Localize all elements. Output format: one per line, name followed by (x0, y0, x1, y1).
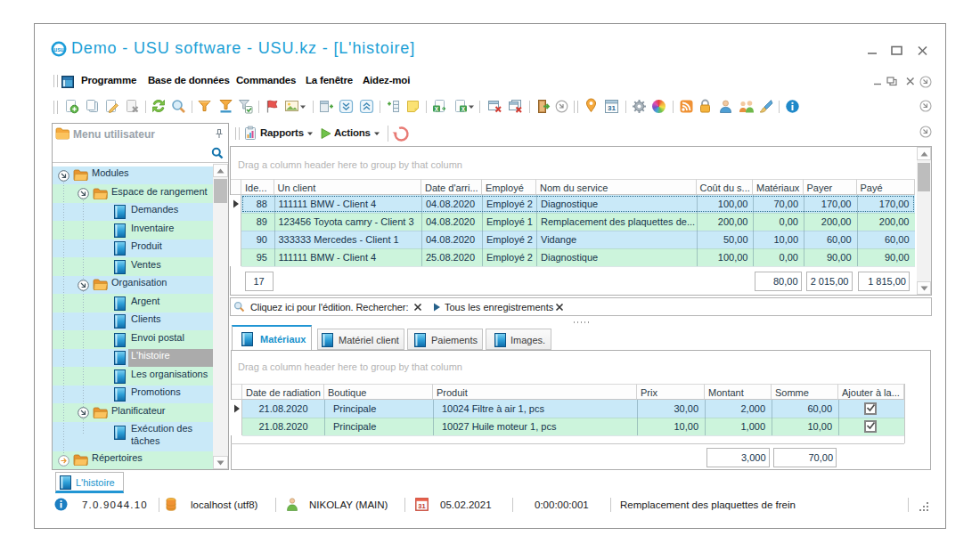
svg-text:usu: usu (53, 46, 64, 53)
svg-text:31: 31 (418, 502, 425, 510)
svg-text:31: 31 (608, 104, 616, 112)
svg-text:X: X (435, 106, 439, 112)
svg-text:X: X (461, 106, 466, 112)
